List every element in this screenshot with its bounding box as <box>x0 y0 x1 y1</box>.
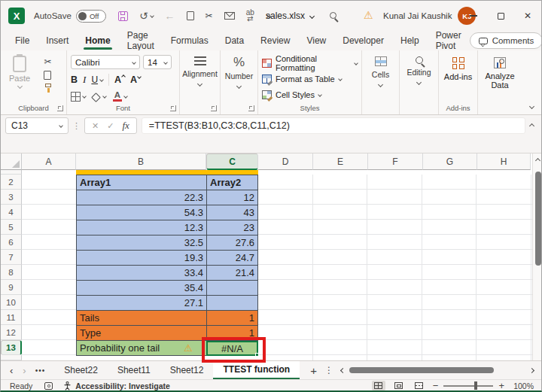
addins-button[interactable]: Add-ins <box>443 54 473 81</box>
tab-home[interactable]: Home <box>77 31 118 50</box>
analyze-data-button[interactable]: Analyze Data <box>482 54 518 90</box>
zoom-in-icon[interactable]: + <box>498 382 504 390</box>
italic-button[interactable]: I <box>83 74 86 86</box>
font-color-button[interactable]: A <box>113 91 127 102</box>
sheet-tab-sheet12[interactable]: Sheet12 <box>160 361 214 380</box>
drag-handle-icon[interactable]: ⋮ <box>72 121 81 131</box>
column-header-g[interactable]: G <box>423 153 477 170</box>
row-header-selected[interactable]: 13 <box>1 340 22 355</box>
cell-c10[interactable] <box>206 296 258 311</box>
font-name-select[interactable]: Calibri <box>71 55 140 69</box>
underline-button[interactable]: U <box>91 74 103 85</box>
page-layout-view-button[interactable] <box>392 381 406 390</box>
row-header[interactable]: 7 <box>1 250 22 265</box>
editing-group[interactable]: Editing <box>400 50 439 114</box>
cell-b10[interactable]: 27.1 <box>76 296 206 311</box>
back-icon[interactable]: ← <box>165 10 175 22</box>
new-sheet-icon[interactable]: + <box>310 364 317 377</box>
alignment-group[interactable]: Alignment <box>180 50 221 114</box>
cell-c4[interactable]: 43 <box>206 205 258 220</box>
column-header-a[interactable]: A <box>22 153 76 170</box>
vertical-scrollbar[interactable] <box>532 153 542 360</box>
cells-group[interactable]: Cells <box>362 50 400 114</box>
expand-formula-bar-icon[interactable] <box>529 123 534 128</box>
number-group[interactable]: % Number <box>221 50 258 114</box>
cell-styles-button[interactable]: Cell Styles <box>262 87 358 102</box>
increase-font-button[interactable]: A <box>114 74 125 85</box>
zoom-slider[interactable] <box>443 385 493 387</box>
column-header-f[interactable]: F <box>368 153 423 170</box>
enter-icon[interactable]: ✓ <box>107 121 114 131</box>
horizontal-scrollbar-thumb[interactable] <box>349 367 494 373</box>
all-sheets-icon[interactable]: ••• <box>35 366 46 375</box>
maximize-button[interactable] <box>487 1 514 31</box>
cell-b5[interactable]: 12.3 <box>76 220 206 236</box>
paste-button[interactable]: Paste <box>5 56 35 88</box>
tab-data[interactable]: Data <box>217 31 252 50</box>
normal-view-button[interactable] <box>372 381 385 390</box>
copy-icon[interactable] <box>44 71 51 80</box>
format-as-table-button[interactable]: Format as Table <box>262 71 358 87</box>
select-all-corner[interactable] <box>1 153 22 170</box>
collapse-ribbon-icon[interactable] <box>529 104 534 109</box>
cell-c2[interactable]: Array2 <box>206 175 258 190</box>
cell-b9[interactable]: 35.4 <box>76 281 206 296</box>
save-icon[interactable] <box>118 11 128 21</box>
tab-review[interactable]: Review <box>252 31 298 50</box>
alignment-dialog-launcher[interactable] <box>211 105 217 111</box>
clipboard-dialog-launcher[interactable] <box>57 105 63 111</box>
horizontal-scrollbar[interactable] <box>341 367 534 374</box>
number-dialog-launcher[interactable] <box>248 105 254 111</box>
tab-file[interactable]: File <box>7 31 38 50</box>
scroll-up-icon[interactable] <box>535 158 540 163</box>
cell-c11[interactable]: 1 <box>206 311 258 326</box>
macro-record-icon[interactable] <box>44 382 53 390</box>
cell-c6[interactable]: 27.6 <box>206 236 258 251</box>
cell-c9[interactable] <box>206 281 258 296</box>
cell-b6[interactable]: 32.5 <box>76 236 206 251</box>
vertical-scrollbar-thumb[interactable] <box>535 172 541 266</box>
format-painter-icon[interactable] <box>44 84 53 93</box>
row-header[interactable]: 5 <box>1 220 22 235</box>
search-icon[interactable] <box>330 12 336 19</box>
name-box[interactable]: C13 <box>5 117 69 134</box>
font-size-select[interactable]: 14 <box>143 55 172 69</box>
row-header[interactable]: 9 <box>1 280 22 295</box>
find-replace-icon[interactable]: ab⇄ <box>246 10 254 22</box>
empty-cells-right[interactable] <box>258 175 532 360</box>
scroll-left-icon[interactable] <box>340 367 346 372</box>
column-header-h[interactable]: H <box>477 153 531 170</box>
column-header-c[interactable]: C <box>206 153 258 170</box>
cell-b7[interactable]: 19.3 <box>76 251 206 266</box>
tab-developer[interactable]: Developer <box>334 31 392 50</box>
excel-logo-icon[interactable]: X <box>8 8 25 24</box>
comments-button[interactable]: Comments <box>470 32 542 49</box>
previous-sheet-icon[interactable]: ‹ <box>10 365 13 376</box>
cell-b3[interactable]: 22.3 <box>76 190 206 205</box>
cell-c5[interactable]: 23 <box>206 220 258 236</box>
zoom-out-icon[interactable]: − <box>433 382 439 390</box>
sheet-options-icon[interactable]: ⋮ <box>324 365 333 375</box>
undo-button[interactable]: ↺ <box>139 10 154 22</box>
cell-c3[interactable]: 12 <box>206 190 258 205</box>
formula-input[interactable]: =TTEST(B3:B10,C3:C8,C11,C12) <box>142 117 525 134</box>
cut-icon[interactable]: ✂ <box>44 56 53 67</box>
row-header[interactable]: 2 <box>1 175 22 190</box>
column-header-d[interactable]: D <box>258 153 313 170</box>
horizontal-scrollbar-track[interactable] <box>349 367 525 374</box>
cell-b11[interactable]: Tails <box>76 311 206 326</box>
copy-icon[interactable] <box>187 11 194 20</box>
sheet-tab-sheet11[interactable]: Sheet11 <box>108 361 160 380</box>
cell-b4[interactable]: 54.3 <box>76 205 206 220</box>
minimize-button[interactable] <box>460 1 487 31</box>
scroll-right-icon[interactable] <box>529 367 534 372</box>
tab-page-layout[interactable]: Page Layout <box>119 31 163 50</box>
sheet-tab-ttest-function[interactable]: TTEST function <box>213 361 300 380</box>
next-sheet-icon[interactable]: › <box>23 365 26 376</box>
column-header-e[interactable]: E <box>313 153 368 170</box>
row-header[interactable]: 6 <box>1 235 22 250</box>
cell-b2[interactable]: Array1 <box>76 175 206 190</box>
bold-button[interactable]: B <box>71 74 78 85</box>
cut-icon[interactable]: ✂ <box>206 11 213 21</box>
column-header-b[interactable]: B <box>76 153 206 170</box>
